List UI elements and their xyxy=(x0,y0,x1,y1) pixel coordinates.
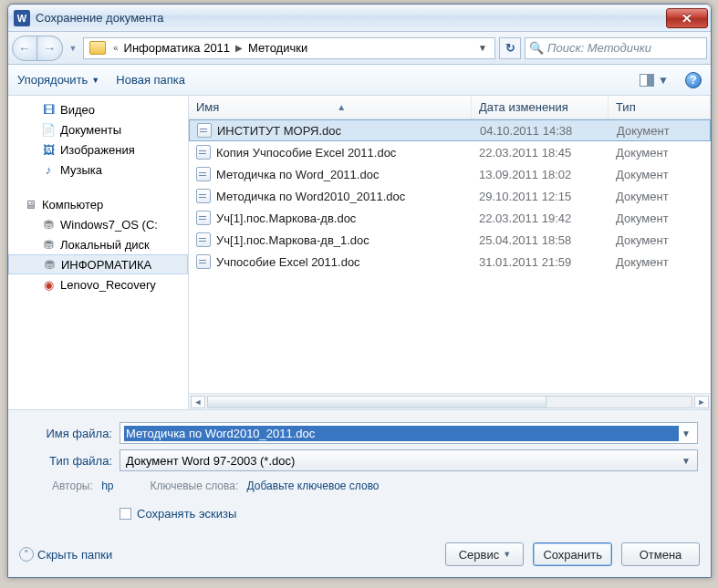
chevron-down-icon: ▼ xyxy=(91,76,99,85)
recovery-icon: ◉ xyxy=(41,277,56,292)
file-row[interactable]: Уч[1].пос.Маркова-дв_1.doc25.04.2011 18:… xyxy=(189,229,711,251)
column-header-type[interactable]: Тип xyxy=(609,96,711,119)
back-button[interactable]: ← xyxy=(12,36,37,61)
tree-item-drive-lenovo[interactable]: ◉ Lenovo_Recovery xyxy=(8,274,188,294)
main-area: 🎞 Видео 📄 Документы 🖼 Изображения ♪ Музы… xyxy=(8,96,711,410)
file-row[interactable]: ИНСТИТУТ МОРЯ.doc04.10.2011 14:38Докумен… xyxy=(189,119,711,141)
nav-tree[interactable]: 🎞 Видео 📄 Документы 🖼 Изображения ♪ Музы… xyxy=(8,96,189,409)
tree-item-images[interactable]: 🖼 Изображения xyxy=(8,139,188,160)
file-row[interactable]: Методичка по Word2010_2011.doc29.10.2011… xyxy=(189,185,711,207)
tree-label: Изображения xyxy=(60,143,135,157)
authors-value[interactable]: hp xyxy=(101,480,113,492)
window-title: Сохранение документа xyxy=(36,11,666,25)
tree-item-drive-os[interactable]: ⛃ Windows7_OS (C: xyxy=(8,214,188,234)
file-row[interactable]: Методичка по Word_2011.doc13.09.2011 18:… xyxy=(189,163,711,185)
filetype-combo[interactable]: Документ Word 97-2003 (*.doc) ▼ xyxy=(120,449,698,471)
close-button[interactable]: ✕ xyxy=(666,8,708,28)
scroll-right-button[interactable]: ► xyxy=(694,396,709,408)
filename-label: Имя файла: xyxy=(21,427,112,440)
save-label: Сохранить xyxy=(543,548,602,562)
save-thumbnails-label: Сохранять эскизы xyxy=(137,507,236,521)
column-header-date[interactable]: Дата изменения xyxy=(472,96,609,119)
file-type: Документ xyxy=(609,233,711,247)
drive-icon: ⛃ xyxy=(42,257,57,272)
file-name: Методичка по Word2010_2011.doc xyxy=(216,190,405,203)
tree-item-music[interactable]: ♪ Музыка xyxy=(8,160,188,180)
file-name: Уч[1].пос.Маркова-дв.doc xyxy=(216,211,356,225)
file-type: Документ xyxy=(609,255,711,269)
cancel-button[interactable]: Отмена xyxy=(621,542,700,566)
address-bar[interactable]: « Информатика 2011 ▶ Методички ▼ xyxy=(83,37,495,59)
chevron-down-icon[interactable]: ▼ xyxy=(679,428,693,438)
breadcrumb-seg-1[interactable]: Информатика 2011 xyxy=(122,41,233,55)
organize-button[interactable]: Упорядочить ▼ xyxy=(17,73,99,87)
file-type: Документ xyxy=(609,146,711,160)
scroll-thumb[interactable] xyxy=(208,397,546,407)
file-row[interactable]: Копия Учпособие Excel 2011.doc22.03.2011… xyxy=(189,141,711,163)
titlebar: W Сохранение документа ✕ xyxy=(8,5,711,32)
tree-item-drive-informatika[interactable]: ⛃ ИНФОРМАТИКА xyxy=(8,254,188,274)
save-thumbnails-checkbox[interactable] xyxy=(120,508,131,520)
word-doc-icon xyxy=(196,167,211,181)
video-icon: 🎞 xyxy=(41,102,56,117)
chevron-down-icon[interactable]: ▼ xyxy=(679,456,693,466)
chevron-down-icon: ▼ xyxy=(503,550,511,559)
organize-label: Упорядочить xyxy=(17,73,88,87)
view-mode-icon xyxy=(640,74,654,87)
hide-folders-button[interactable]: ˄ Скрыть папки xyxy=(19,547,112,562)
tree-label: Музыка xyxy=(60,163,102,177)
forward-button[interactable]: → xyxy=(37,36,63,61)
tree-item-drive-local[interactable]: ⛃ Локальный диск xyxy=(8,234,188,254)
close-icon: ✕ xyxy=(682,11,692,26)
tree-label: Lenovo_Recovery xyxy=(60,278,156,292)
arrow-right-icon: → xyxy=(44,41,57,56)
file-row[interactable]: Учпособие Excel 2011.doc31.01.2011 21:59… xyxy=(189,251,711,273)
file-row[interactable]: Уч[1].пос.Маркова-дв.doc22.03.2011 19:42… xyxy=(189,207,711,229)
filename-input[interactable] xyxy=(124,426,679,441)
file-name: Методичка по Word_2011.doc xyxy=(216,168,379,181)
computer-icon: 🖥 xyxy=(23,197,37,211)
tools-button[interactable]: Сервис ▼ xyxy=(445,542,524,566)
filename-combo[interactable]: ▼ xyxy=(120,422,698,444)
word-doc-icon xyxy=(196,211,211,225)
folder-icon xyxy=(89,41,106,55)
horizontal-scrollbar[interactable]: ◄ ► xyxy=(189,393,711,409)
file-type: Документ xyxy=(609,190,711,203)
search-input[interactable]: 🔍 Поиск: Методички xyxy=(525,37,707,59)
file-type: Документ xyxy=(609,124,710,138)
tree-label: Документы xyxy=(60,123,121,137)
help-icon: ? xyxy=(690,74,696,87)
nav-history-dropdown[interactable]: ▼ xyxy=(67,44,79,53)
scroll-track[interactable] xyxy=(207,396,692,408)
file-date: 29.10.2011 12:15 xyxy=(472,190,609,203)
navbar: ← → ▼ « Информатика 2011 ▶ Методички ▼ ↻… xyxy=(8,32,711,65)
view-mode-button[interactable]: ▼ xyxy=(640,74,669,87)
sort-asc-icon: ▲ xyxy=(337,102,346,112)
images-icon: 🖼 xyxy=(41,142,56,157)
file-list[interactable]: ИНСТИТУТ МОРЯ.doc04.10.2011 14:38Докумен… xyxy=(189,119,711,393)
search-icon: 🔍 xyxy=(529,41,544,55)
save-dialog: W Сохранение документа ✕ ← → ▼ « Информа… xyxy=(7,4,712,578)
breadcrumb-seg-2[interactable]: Методички xyxy=(246,41,309,55)
address-dropdown[interactable]: ▼ xyxy=(473,43,493,53)
keywords-value[interactable]: Добавьте ключевое слово xyxy=(247,480,380,492)
help-button[interactable]: ? xyxy=(685,72,702,88)
save-button[interactable]: Сохранить xyxy=(533,542,612,566)
tree-label: Видео xyxy=(60,103,95,117)
file-date: 04.10.2011 14:38 xyxy=(473,124,609,138)
drive-icon: ⛃ xyxy=(41,217,56,232)
tree-item-video[interactable]: 🎞 Видео xyxy=(8,99,188,119)
tree-item-computer[interactable]: 🖥 Компьютер xyxy=(8,194,188,214)
file-name: Копия Учпособие Excel 2011.doc xyxy=(216,146,396,160)
file-date: 22.03.2011 19:42 xyxy=(472,211,609,225)
tree-item-documents[interactable]: 📄 Документы xyxy=(8,119,188,139)
word-doc-icon xyxy=(196,189,211,203)
new-folder-button[interactable]: Новая папка xyxy=(116,73,185,87)
refresh-button[interactable]: ↻ xyxy=(499,37,521,59)
arrow-left-icon: ← xyxy=(18,41,31,56)
scroll-left-button[interactable]: ◄ xyxy=(191,396,205,408)
column-header-name[interactable]: Имя ▲ xyxy=(189,96,472,119)
tree-label: Локальный диск xyxy=(60,238,150,252)
refresh-icon: ↻ xyxy=(505,41,515,55)
keywords-label: Ключевые слова: xyxy=(151,480,239,492)
